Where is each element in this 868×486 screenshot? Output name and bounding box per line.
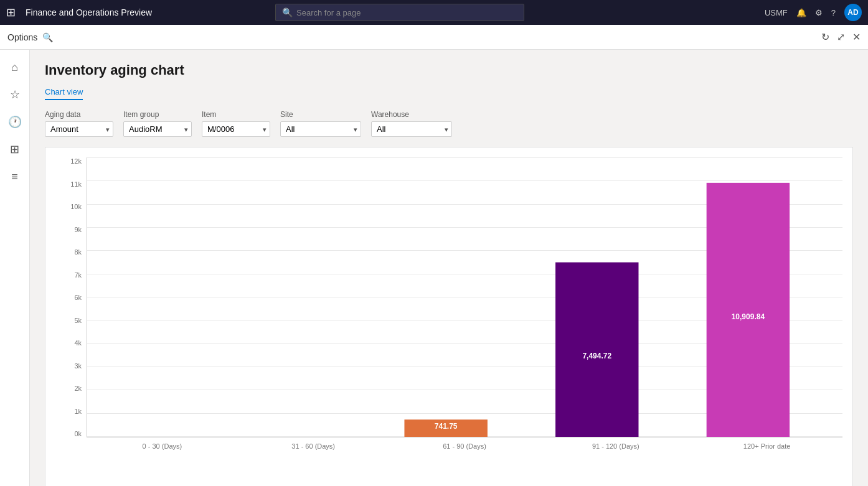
x-label-120plus: 120+ Prior date [691, 439, 842, 456]
workspaces-icon[interactable]: ⊞ [2, 137, 27, 162]
item-group-filter: Item group AudioRM All [123, 110, 192, 137]
y-label-3k: 3k [74, 362, 82, 370]
aging-data-select[interactable]: Amount Quantity [45, 121, 113, 137]
item-group-label: Item group [123, 110, 192, 119]
site-label: Site [280, 110, 361, 119]
chart-wrapper: 12k 11k 10k 9k 8k 7k 6k 5k 4k 3k 2k 1k 0… [45, 147, 853, 486]
warehouse-select[interactable]: All [371, 121, 452, 137]
options-actions: ↻ ⤢ ✕ [821, 31, 861, 43]
chart-view-tab[interactable]: Chart view [45, 87, 83, 100]
y-label-6k: 6k [74, 294, 82, 301]
page-title: Inventory aging chart [45, 62, 853, 78]
y-label-9k: 9k [74, 226, 82, 233]
x-label-0-30: 0 - 30 (Days) [87, 439, 238, 456]
site-filter: Site All [280, 110, 361, 137]
options-search-icon[interactable]: 🔍 [42, 32, 53, 42]
help-icon[interactable]: ? [831, 8, 836, 17]
user-label: USMF [765, 8, 788, 17]
y-label-7k: 7k [74, 271, 82, 279]
y-label-10k: 10k [70, 203, 82, 210]
home-icon[interactable]: ⌂ [2, 55, 27, 80]
options-title: Options [7, 32, 37, 42]
bar-value-91-120: 7,494.72 [582, 352, 611, 360]
top-nav-right: USMF 🔔 ⚙ ? AD [765, 4, 862, 21]
site-select-wrapper[interactable]: All [280, 121, 361, 137]
item-filter: Item M/0006 All [202, 110, 270, 137]
top-nav: ⊞ Finance and Operations Preview 🔍 USMF … [0, 0, 868, 25]
item-label: Item [202, 110, 270, 119]
bar-value-61-90: 741.75 [435, 422, 458, 431]
item-select[interactable]: M/0006 All [202, 121, 270, 137]
modules-icon[interactable]: ≡ [2, 164, 27, 189]
y-axis: 12k 11k 10k 9k 8k 7k 6k 5k 4k 3k 2k 1k 0… [55, 157, 85, 437]
main-layout: ⌂ ☆ 🕐 ⊞ ≡ Inventory aging chart Chart vi… [0, 50, 868, 486]
y-label-8k: 8k [74, 248, 82, 256]
close-icon[interactable]: ✕ [852, 31, 861, 43]
bar-value-120plus: 10,909.84 [732, 312, 765, 321]
content-area: Inventory aging chart Chart view Aging d… [30, 50, 868, 486]
item-group-select-wrapper[interactable]: AudioRM All [123, 121, 192, 137]
aging-data-select-wrapper[interactable]: Amount Quantity [45, 121, 113, 137]
y-label-5k: 5k [74, 317, 82, 324]
item-group-select[interactable]: AudioRM All [123, 121, 192, 137]
x-label-31-60: 31 - 60 (Days) [238, 439, 389, 456]
aging-data-filter: Aging data Amount Quantity [45, 110, 113, 137]
popout-icon[interactable]: ⤢ [837, 31, 845, 43]
warehouse-label: Warehouse [371, 110, 452, 119]
app-title: Finance and Operations Preview [26, 7, 152, 17]
notification-icon[interactable]: 🔔 [796, 8, 806, 17]
options-bar: Options 🔍 ↻ ⤢ ✕ [0, 25, 868, 50]
y-label-4k: 4k [74, 339, 82, 347]
site-select[interactable]: All [280, 121, 361, 137]
search-icon: 🔍 [282, 7, 293, 17]
x-axis: 0 - 30 (Days) 31 - 60 (Days) 61 - 90 (Da… [87, 439, 842, 456]
y-label-1k: 1k [74, 408, 82, 415]
x-label-61-90: 61 - 90 (Days) [389, 439, 540, 456]
search-input[interactable] [296, 8, 517, 17]
bar-chart-svg: 741.75 7,494.72 10,909.84 [87, 157, 842, 437]
favorites-icon[interactable]: ☆ [2, 82, 27, 107]
y-label-11k: 11k [70, 180, 82, 188]
settings-icon[interactable]: ⚙ [815, 8, 823, 17]
chart-plot: 741.75 7,494.72 10,909.84 [87, 157, 842, 437]
warehouse-select-wrapper[interactable]: All [371, 121, 452, 137]
recent-icon[interactable]: 🕐 [2, 110, 27, 134]
y-label-12k: 12k [70, 157, 82, 165]
aging-data-label: Aging data [45, 110, 113, 119]
sidebar: ⌂ ☆ 🕐 ⊞ ≡ [0, 50, 30, 486]
avatar[interactable]: AD [844, 4, 862, 21]
warehouse-filter: Warehouse All [371, 110, 452, 137]
y-label-2k: 2k [74, 385, 82, 392]
y-label-0k: 0k [74, 430, 82, 437]
refresh-icon[interactable]: ↻ [821, 31, 829, 43]
bar-91-120 [555, 263, 638, 437]
grid-menu-icon[interactable]: ⊞ [6, 6, 16, 19]
bar-120plus [707, 183, 790, 437]
item-select-wrapper[interactable]: M/0006 All [202, 121, 270, 137]
filters-row: Aging data Amount Quantity Item group Au… [45, 110, 853, 137]
chart-area: 12k 11k 10k 9k 8k 7k 6k 5k 4k 3k 2k 1k 0… [55, 157, 842, 456]
search-bar[interactable]: 🔍 [275, 4, 524, 21]
x-label-91-120: 91 - 120 (Days) [540, 439, 691, 456]
